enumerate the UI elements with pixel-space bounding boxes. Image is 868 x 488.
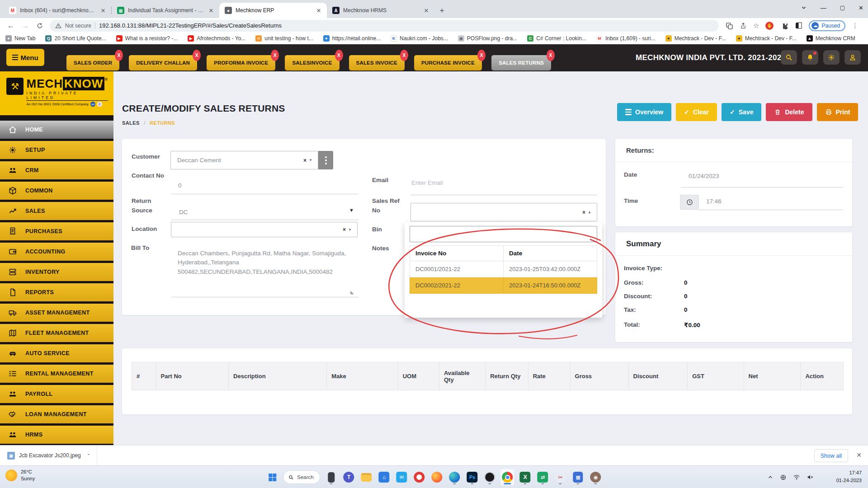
erp-tab-sales-invoice[interactable]: SALES INVOICEX [349, 55, 405, 70]
sidebar-item-auto-service[interactable]: AUTO SERVICE [0, 344, 113, 362]
download-bar-close-icon[interactable]: ✕ [856, 451, 862, 459]
sidebar-item-loan-management[interactable]: LOAN MANAGEMENT [0, 405, 113, 423]
browser-menu-kebab-icon[interactable]: ⋮ [852, 22, 858, 29]
bookmark-item[interactable]: Q20 Short Life Quote... [45, 35, 106, 42]
taskbar-teams-icon[interactable]: T [342, 469, 356, 485]
bookmark-item[interactable]: ▶Afrotechmods - Yo... [188, 35, 245, 42]
taskbar-firefox-icon[interactable] [430, 469, 444, 485]
bookmark-item[interactable]: ●Mechtrack - Dev - F... [665, 35, 726, 42]
header-settings-button[interactable] [823, 50, 840, 65]
bookmark-item[interactable]: ▲Mechknow CRM [807, 35, 855, 42]
print-button[interactable]: Print [817, 103, 859, 121]
tab-close-badge[interactable]: X [477, 50, 486, 61]
tab-close-icon[interactable]: ✕ [423, 7, 430, 14]
reload-icon[interactable] [36, 22, 43, 29]
erp-tab-sales-returns-active[interactable]: SALES RETURNSX [491, 55, 551, 70]
overview-button[interactable]: Overview [617, 103, 671, 121]
tab-close-badge[interactable]: X [193, 50, 201, 61]
contact-no-value[interactable]: 0 [178, 182, 182, 189]
clear-selection-icon[interactable]: × [303, 157, 307, 164]
sidebar-item-crm[interactable]: CRM [0, 161, 113, 179]
sidebar-item-common[interactable]: COMMON [0, 182, 113, 200]
sidebar-item-reports[interactable]: REPORTS [0, 283, 113, 301]
taskbar-opera-gx-icon[interactable] [483, 469, 497, 485]
sidebar-item-inventory[interactable]: INVENTORY [0, 263, 113, 281]
chevron-up-icon[interactable]: ⌃ [87, 453, 90, 458]
browser-tab-erp-active[interactable]: ● Mechknow ERP ✕ [219, 3, 327, 18]
sidebar-item-payroll[interactable]: PAYROLL [0, 385, 113, 403]
forward-icon[interactable]: → [22, 22, 29, 30]
invoice-option-row-selected[interactable]: DC0002/2021-22 2023-01-24T16:50:00.000Z [410, 277, 597, 294]
chevron-down-icon[interactable]: ▼ [349, 207, 354, 213]
email-input[interactable] [411, 179, 592, 186]
tray-wifi-icon[interactable] [793, 474, 800, 481]
taskbar-snipping-tool-icon[interactable]: ✂ [554, 469, 567, 485]
sidebar-item-setup[interactable]: SETUP [0, 141, 113, 159]
chevron-down-icon[interactable] [801, 5, 807, 11]
taskbar-search[interactable]: Search [283, 470, 320, 484]
location-select[interactable]: ×▼ [171, 222, 358, 237]
taskbar-gimp-icon[interactable]: ◉ [589, 469, 603, 485]
bookmark-star-icon[interactable]: ☆ [753, 22, 759, 30]
taskbar-clock[interactable]: 17:4701-24-2023 [836, 469, 862, 484]
resize-handle[interactable]: ◢ [350, 290, 354, 295]
bookmark-item[interactable]: ≈unit testing - how t... [255, 35, 313, 42]
tab-close-icon[interactable]: ✕ [315, 7, 322, 14]
sidebar-item-hrms[interactable]: HRMS [0, 426, 113, 444]
taskbar-store-icon[interactable]: ⌂ [377, 469, 391, 485]
bookmark-item[interactable]: ▣POSFlow.png - dra... [458, 35, 517, 42]
erp-tab-delivery-challan[interactable]: DELIVERY CHALLANX [129, 55, 197, 70]
invoice-option-row[interactable]: DC0001/2021-22 2023-01-25T03:42:00.000Z [410, 261, 597, 277]
new-tab-button[interactable]: ＋ [438, 5, 446, 15]
menu-button[interactable]: Menu [6, 49, 44, 66]
date-value[interactable]: 01/24/2023 [689, 173, 719, 179]
downloaded-file-chip[interactable]: ▣ Jcb Excavator Js200.jpeg ⌃ [0, 446, 97, 466]
tab-close-icon[interactable]: ✕ [99, 7, 107, 14]
time-value[interactable]: 17:46 [706, 198, 722, 205]
taskbar-phone-link-icon[interactable] [325, 469, 338, 485]
taskbar-photoshop-icon[interactable]: Ps [466, 469, 479, 485]
taskbar-edge-icon[interactable] [448, 469, 462, 485]
erp-tab-sales-order[interactable]: SALES ORDERX [66, 55, 119, 70]
save-button[interactable]: ✓Save [722, 103, 761, 121]
taskbar-mail-icon[interactable]: ✉ [395, 469, 409, 485]
reading-list-icon[interactable] [794, 22, 802, 30]
tab-close-icon[interactable]: ✕ [208, 7, 215, 14]
sidebar-item-rental-management[interactable]: RENTAL MANAGEMENT [0, 365, 113, 383]
taskbar-calculator-icon[interactable]: ▦ [571, 469, 585, 485]
adblock-extension-icon[interactable]: ✋ [765, 22, 774, 30]
tab-close-badge[interactable]: X [271, 50, 279, 61]
browser-tab-hrms[interactable]: A Mechknow HRMS ✕ [327, 3, 434, 18]
taskbar-file-explorer-icon[interactable] [360, 469, 373, 485]
tray-volume-muted-icon[interactable] [807, 474, 814, 481]
erp-tab-proforma-invoice[interactable]: PROFORMA INVOICEX [207, 55, 275, 70]
tab-close-badge[interactable]: X [335, 50, 343, 61]
bookmark-item[interactable]: ●New Tab [5, 35, 35, 42]
taskbar-weather-widget[interactable]: 26°CSunny [5, 469, 35, 483]
clear-selection-icon[interactable]: × [343, 226, 346, 233]
tab-close-badge[interactable]: X [400, 50, 408, 61]
back-icon[interactable]: ← [7, 22, 14, 30]
taskbar-opera-icon[interactable] [413, 469, 426, 485]
bookmark-item[interactable]: ▶What is a resistor? -... [116, 35, 178, 42]
time-picker-button[interactable] [680, 195, 699, 210]
show-all-downloads-button[interactable]: Show all [814, 449, 848, 462]
breadcrumb-sales[interactable]: SALES [122, 120, 140, 126]
header-profile-button[interactable] [844, 50, 861, 65]
tab-close-badge[interactable]: X [115, 50, 123, 61]
bookmark-item[interactable]: KNaukri.com - Jobs... [391, 35, 448, 42]
sidebar-item-fleet-management[interactable]: FLEET MANAGEMENT [0, 324, 113, 342]
taskbar-excel-icon[interactable]: X [519, 469, 532, 485]
omnibox[interactable]: Not secure 192.168.0.131:88/MIPL21-22Tes… [50, 20, 719, 32]
customer-options-button[interactable] [318, 151, 333, 169]
sidebar-item-sales[interactable]: SALES [0, 202, 113, 220]
sidebar-item-purchases[interactable]: PURCHASES [0, 222, 113, 240]
browser-tab-sheets[interactable]: ▦ Individual Task Assignment - Goo ✕ [112, 3, 219, 18]
erp-tab-salesinvoice[interactable]: SALESINVOICEX [285, 55, 339, 70]
tab-close-badge[interactable]: X [547, 50, 555, 61]
delete-button[interactable]: Delete [766, 103, 812, 121]
window-close-button[interactable]: ✕ [859, 5, 863, 11]
bookmark-item[interactable]: ●Mechtrack - Dev - F... [736, 35, 797, 42]
extensions-puzzle-icon[interactable] [780, 22, 788, 30]
dropdown-search-input[interactable] [410, 226, 597, 242]
